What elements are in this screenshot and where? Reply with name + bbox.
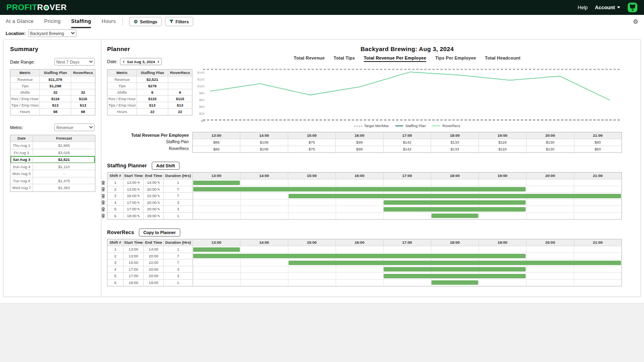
tab-pricing[interactable]: Pricing	[44, 15, 61, 28]
metric-name: Shifts	[107, 89, 137, 96]
edit-start-time-icon[interactable]: ✎	[137, 214, 140, 218]
help-link[interactable]: Help	[578, 5, 588, 10]
roverrecs-title: RoverRecs	[107, 230, 134, 235]
copy-to-planner-button[interactable]: Copy to Planner	[139, 228, 180, 237]
hour-value: $108	[240, 146, 288, 153]
planner-title: Planner	[107, 45, 192, 52]
rover-mascot-icon[interactable]	[627, 2, 638, 12]
planner-date-label: Date:	[107, 59, 118, 64]
shift-time-headers: 13:0014:0015:0016:0017:0018:0019:0020:00…	[193, 173, 621, 179]
edit-start-time-icon[interactable]: ✎	[137, 208, 140, 211]
add-shift-button[interactable]: Add Shift	[152, 162, 180, 170]
shift-bar[interactable]	[193, 247, 240, 252]
shift-start-time: 17:00	[124, 273, 144, 280]
profitrover-logo[interactable]: PROFITRVER	[6, 3, 67, 12]
edit-start-time-icon[interactable]: ✎	[137, 181, 140, 185]
forecast-row-mon-aug-5[interactable]: Mon Aug 5-	[10, 170, 95, 177]
planner-right-column: Backyard Brewing: Aug 3, 2024 Total Reve…	[192, 45, 622, 128]
planner-date-row: Date: ‹ Sat Aug 3, 2024 ›	[107, 58, 192, 65]
delete-shift-icon[interactable]	[101, 206, 105, 213]
staffing-planner-title: Staffing Planner	[107, 163, 147, 169]
edit-end-time-icon[interactable]: ✎	[157, 214, 160, 218]
chevron-left-icon[interactable]: ‹	[123, 59, 124, 64]
forecast-value: $1,383	[33, 184, 95, 191]
metric-tab-tips-per-employee[interactable]: Tips Per Employee	[435, 56, 476, 62]
shift-end-time: 19:00	[144, 280, 164, 286]
edit-end-time-icon[interactable]: ✎	[157, 188, 160, 191]
forecast-row-sun-aug-4[interactable]: Sun Aug 4$1,110	[10, 163, 95, 171]
forecast-row-wed-aug-7[interactable]: Wed Aug 7$1,383	[10, 184, 95, 191]
edit-start-time-icon[interactable]: ✎	[137, 194, 140, 198]
tab-at-a-glance[interactable]: At a Glance	[6, 15, 34, 28]
metric-tab-total-tips[interactable]: Total Tips	[334, 56, 355, 62]
metric-tab-total-headcount[interactable]: Total Headcount	[485, 56, 520, 62]
delete-shift-icon[interactable]	[101, 200, 105, 206]
edit-end-time-icon[interactable]: ✎	[157, 208, 160, 211]
shift-start-time: 13:00✎	[124, 186, 144, 193]
delete-shift-icon[interactable]	[101, 179, 105, 186]
metrics-row-revenue: Revenue$2,521	[107, 76, 192, 83]
metric-tab-total-revenue[interactable]: Total Revenue	[294, 56, 325, 62]
shift-bar[interactable]	[384, 267, 526, 272]
shift-bar[interactable]	[193, 181, 240, 185]
shift-bar[interactable]	[384, 274, 526, 278]
shift-duration: 3	[164, 266, 193, 273]
shift-timeline	[193, 206, 621, 213]
forecast-header-date: Date	[10, 135, 33, 142]
metric-plan-value: 22	[137, 109, 168, 115]
edit-end-time-icon[interactable]: ✎	[157, 201, 160, 205]
hour-value: $142	[384, 139, 431, 146]
page-settings-gear-icon[interactable]: ⚙	[633, 18, 638, 25]
metrics-row-revenue: Revenue$11,379	[10, 76, 95, 83]
delete-shift-icon[interactable]	[101, 186, 105, 193]
date-range-select[interactable]: Next 7 Days	[54, 58, 95, 66]
time-header: 18:00	[431, 239, 479, 246]
delete-shift-icon[interactable]	[101, 193, 105, 200]
settings-button[interactable]: ⚙ Settings	[129, 17, 162, 26]
hour-value: $133	[431, 146, 479, 153]
metric-rover-value: 98	[71, 109, 95, 115]
shift-timeline	[193, 186, 621, 193]
shift-bar[interactable]	[384, 200, 526, 205]
metric-select[interactable]: Revenue	[54, 123, 95, 131]
shift-bar[interactable]	[289, 194, 621, 198]
hour-value: $108	[240, 139, 288, 146]
shift-end-time: 14:00✎	[144, 179, 164, 186]
hour-value: $118	[479, 146, 526, 153]
forecast-row-tue-aug-6[interactable]: Tue Aug 6$1,475	[10, 177, 95, 185]
shift-bar[interactable]	[384, 207, 526, 212]
edit-start-time-icon[interactable]: ✎	[137, 201, 140, 205]
chevron-right-icon[interactable]: ›	[157, 59, 159, 64]
location-select[interactable]: Backyard Brewing	[28, 29, 76, 37]
forecast-row-fri-aug-2[interactable]: Fri Aug 2$3,025	[10, 149, 95, 156]
forecast-header-forecast: Forecast	[33, 135, 95, 142]
forecast-row-sat-aug-3[interactable]: Sat Aug 3$2,521	[10, 156, 95, 163]
hour-value: $130	[526, 139, 574, 146]
shift-bar[interactable]	[431, 280, 478, 285]
shift-bar[interactable]	[289, 261, 621, 265]
account-menu[interactable]: Account	[595, 5, 620, 10]
shift-timeline	[193, 179, 621, 186]
shift-start-time: 18:00	[124, 280, 144, 286]
edit-start-time-icon[interactable]: ✎	[137, 188, 140, 191]
shift-end-time: 14:00	[144, 246, 164, 253]
shift-row-2: 213:00✎20:00✎7	[107, 186, 621, 193]
edit-end-time-icon[interactable]: ✎	[157, 181, 160, 185]
tab-hours[interactable]: Hours	[101, 15, 116, 28]
tab-staffing[interactable]: Staffing	[71, 15, 91, 28]
forecast-date: Sun Aug 4	[10, 163, 33, 171]
shift-bar[interactable]	[193, 254, 526, 258]
shift-header-end: End Time	[144, 173, 164, 179]
forecast-row-thu-aug-1[interactable]: Thu Aug 1$1,865	[10, 142, 95, 149]
shift-bar[interactable]	[193, 187, 526, 191]
date-picker[interactable]: ‹ Sat Aug 3, 2024 ›	[120, 58, 162, 65]
shift-bar[interactable]	[431, 214, 478, 218]
shift-start-time: 17:00✎	[124, 206, 144, 213]
metric-tab-total-revenue-per-employee[interactable]: Total Revenue Per Employee	[364, 56, 426, 62]
delete-shift-icon[interactable]	[101, 213, 105, 220]
shift-end-time: 20:00✎	[144, 186, 164, 193]
hour-value: $86	[193, 146, 240, 153]
edit-end-time-icon[interactable]: ✎	[157, 194, 160, 198]
filters-button[interactable]: Filters	[165, 17, 193, 26]
planner-page-title: Backyard Brewing: Aug 3, 2024	[361, 45, 454, 52]
